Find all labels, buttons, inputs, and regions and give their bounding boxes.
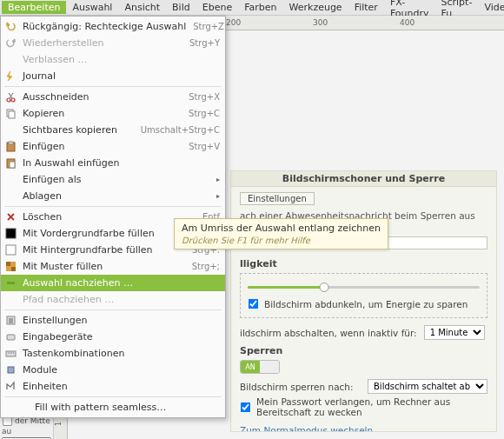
svg-rect-15 <box>7 335 15 340</box>
menu-item[interactable]: Mit Muster füllenStrg+; <box>1 258 225 275</box>
menu-item[interactable]: Rückgängig: Rechteckige AuswahlStrg+Z <box>1 18 225 35</box>
svg-point-1 <box>11 98 15 102</box>
menu-item[interactable]: Ablagen▸ <box>1 188 225 204</box>
prefs-icon <box>4 314 17 327</box>
menu-filter[interactable]: Filter <box>348 1 384 14</box>
menu-item-label: Module <box>23 364 220 376</box>
menu-select[interactable]: Auswahl <box>66 1 118 14</box>
menu-separator <box>4 396 222 397</box>
menu-separator <box>4 309 222 310</box>
menu-item-label: In Auswahl einfügen <box>23 157 220 169</box>
normal-mode-link[interactable]: Zum Normalmodus wechseln <box>240 425 373 432</box>
menu-shortcut: Strg+; <box>192 262 220 271</box>
blank-icon <box>4 190 17 203</box>
svg-point-0 <box>7 98 10 102</box>
menu-item[interactable]: Einheiten <box>1 378 225 395</box>
menu-edit[interactable]: Bearbeiten <box>2 1 66 14</box>
ruler-tick: 300 <box>313 18 328 27</box>
submenu-arrow-icon: ▸ <box>213 176 220 183</box>
menu-layer[interactable]: Ebene <box>196 1 238 14</box>
password-checkbox[interactable] <box>241 402 251 412</box>
menubar: Bearbeiten Auswahl Ansicht Bild Ebene Fa… <box>0 0 504 16</box>
brightness-frame: Bildschirm abdunkeln, um Energie zu spar… <box>240 273 487 318</box>
edit-dropdown: Rückgängig: Rechteckige AuswahlStrg+ZWie… <box>0 16 226 418</box>
svg-rect-16 <box>6 351 16 356</box>
lock-after-label: Bildschirm sperren nach: <box>240 382 354 392</box>
tooltip-title: Am Umriss der Auswahl entlang zeichnen <box>182 223 381 234</box>
menu-item[interactable]: EinfügenStrg+V <box>1 138 225 155</box>
menu-view[interactable]: Ansicht <box>118 1 166 14</box>
menu-item-label: Auswahl nachziehen … <box>23 277 220 289</box>
brightness-title: lligkeit <box>240 258 487 269</box>
blank-icon <box>4 123 17 136</box>
delete-icon <box>4 210 17 223</box>
menu-item[interactable]: Fill with pattern seamless… <box>1 399 225 416</box>
stroke-icon <box>4 276 17 289</box>
blank-icon <box>4 53 17 66</box>
ruler-tick: 400 <box>400 18 414 27</box>
svg-rect-7 <box>10 162 15 168</box>
blank-icon <box>4 293 17 306</box>
menu-item[interactable]: Tastenkombinationen <box>1 345 225 362</box>
units-icon <box>4 380 17 393</box>
password-label: Mein Passwort verlangen, um Rechner aus … <box>256 396 487 417</box>
menu-shortcut: Strg+Z <box>193 22 224 31</box>
settings-button[interactable]: Einstellungen <box>240 192 315 205</box>
screen-off-select[interactable]: 1 Minute <box>424 325 485 340</box>
menu-item: WiederherstellenStrg+Y <box>1 35 225 51</box>
menu-item[interactable]: Module <box>1 362 225 378</box>
undo-icon <box>4 20 17 33</box>
cut-icon <box>4 90 17 103</box>
svg-rect-13 <box>7 282 15 284</box>
menu-item-label: Mit Vordergrundfarbe füllen <box>23 228 185 239</box>
menu-item[interactable]: Einfügen als▸ <box>1 171 225 188</box>
menu-item[interactable]: Eingabegeräte <box>1 329 225 345</box>
menu-item[interactable]: Journal <box>1 68 225 84</box>
menu-shortcut: Strg+C <box>189 109 220 118</box>
menu-item[interactable]: Sichtbares kopierenUmschalt+Strg+C <box>1 122 225 138</box>
tooltip-help: Drücken Sie F1 für mehr Hilfe <box>182 236 381 245</box>
menu-item[interactable]: AusschneidenStrg+X <box>1 89 225 105</box>
fg-icon <box>4 227 17 240</box>
svg-rect-12 <box>11 267 16 271</box>
menu-item-label: Kopieren <box>23 108 182 119</box>
lock-toggle[interactable]: AN <box>240 360 280 374</box>
menu-item[interactable]: Auswahl nachziehen … <box>1 275 225 291</box>
paste-into-icon <box>4 156 17 170</box>
menu-item-label: Löschen <box>23 211 196 223</box>
menu-separator <box>4 86 222 87</box>
menu-shortcut: Umschalt+Strg+C <box>141 125 220 135</box>
menu-item[interactable]: Einstellungen <box>1 312 225 329</box>
module-icon <box>4 363 17 376</box>
menu-video[interactable]: Video <box>478 1 504 14</box>
dim-label: Bildschirm abdunkeln, um Energie zu spar… <box>264 299 468 309</box>
menu-item-label: Einfügen <box>23 141 182 152</box>
svg-rect-3 <box>9 111 15 118</box>
menu-item[interactable]: In Auswahl einfügen <box>1 155 225 171</box>
menu-item-label: Rückgängig: Rechteckige Auswahl <box>23 21 186 32</box>
menu-item-label: Sichtbares kopieren <box>23 124 134 136</box>
menu-item-label: Ablagen <box>23 190 213 202</box>
redo-icon <box>4 37 17 50</box>
svg-rect-5 <box>9 142 13 144</box>
menu-tools[interactable]: Werkzeuge <box>282 1 348 14</box>
lock-after-select[interactable]: Bildschirm schaltet ab <box>368 379 487 394</box>
menu-item-label: Eingabegeräte <box>23 331 220 343</box>
svg-rect-17 <box>8 367 14 373</box>
menu-shortcut: Strg+Y <box>189 38 220 48</box>
menu-item[interactable]: KopierenStrg+C <box>1 105 225 122</box>
menu-image[interactable]: Bild <box>166 1 196 14</box>
menu-item-label: Fill with pattern seamless… <box>35 402 220 413</box>
copy-icon <box>4 107 17 120</box>
ruler-tick: 200 <box>226 18 241 27</box>
menu-item-label: Ausschneiden <box>23 91 182 103</box>
brightness-slider[interactable] <box>248 283 480 291</box>
ruler-tick: 1 <box>55 422 63 426</box>
menu-separator <box>4 206 222 207</box>
tooltip: Am Umriss der Auswahl entlang zeichnen D… <box>174 218 388 249</box>
menu-colors[interactable]: Farben <box>238 1 282 14</box>
dim-checkbox[interactable] <box>249 299 259 309</box>
bg-icon <box>4 243 17 256</box>
paste-icon <box>4 140 17 153</box>
lock-title: Sperren <box>240 345 487 356</box>
